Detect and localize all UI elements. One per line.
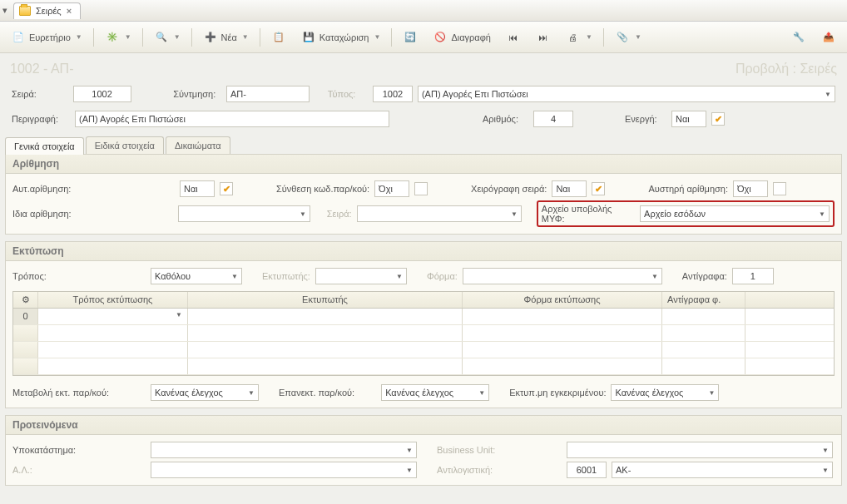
delete-button[interactable]: 🚫 Διαγραφή (427, 27, 497, 48)
strict-input[interactable] (733, 180, 768, 197)
compose-input[interactable] (374, 180, 409, 197)
tools-button[interactable]: 🔧 (785, 27, 812, 48)
auto-number-input[interactable] (180, 180, 215, 197)
counter-desc-combo[interactable]: ΑΚ-▼ (612, 462, 833, 478)
unapproved-combo[interactable]: Κανένας έλεγχος▼ (611, 384, 719, 401)
save-button[interactable]: 💾 Καταχώριση ▼ (295, 27, 387, 48)
myf-combo[interactable]: Αρχείο εσόδων▼ (640, 205, 830, 222)
window-tab[interactable]: Σειρές × (13, 2, 81, 19)
myf-highlight: Αρχείο υποβολής ΜΥΦ: Αρχείο εσόδων▼ (537, 200, 835, 227)
wrench-icon: 🔧 (791, 30, 806, 45)
mode-combo[interactable]: Καθόλου▼ (151, 268, 242, 284)
attach-button[interactable]: 📎▼ (609, 27, 647, 48)
tab-bar-dropdown-icon[interactable]: ▾ (0, 5, 10, 16)
active-input[interactable] (671, 111, 706, 127)
index-label: Ευρετήριο (29, 32, 71, 42)
grid-h-printer[interactable]: Εκτυπωτής (188, 292, 463, 308)
manual-label: Χειρόγραφη σειρά: (471, 184, 547, 194)
auto-number-label: Αυτ.αρίθμηση: (12, 184, 175, 194)
prev-button[interactable]: ⏮ (500, 27, 527, 48)
tab-general[interactable]: Γενικά στοιχεία (5, 137, 84, 155)
manual-checkbox[interactable] (592, 182, 605, 195)
same-number-combo[interactable]: ▼ (178, 205, 310, 222)
new-button[interactable]: ➕ Νέα ▼ (197, 27, 255, 48)
save-label: Καταχώριση (319, 32, 369, 42)
printer-combo[interactable]: ▼ (315, 268, 407, 284)
table-row[interactable] (13, 342, 834, 358)
print-button[interactable]: 🖨▼ (560, 27, 598, 48)
copies-input[interactable] (732, 268, 774, 284)
tab-special[interactable]: Ειδικά στοιχεία (86, 136, 164, 154)
grid-gear-icon[interactable]: ⚙ (13, 292, 38, 308)
form-label: Φόρμα: (427, 271, 458, 281)
number-label: Αριθμός: (483, 114, 528, 124)
change-combo[interactable]: Κανένας έλεγχος▼ (151, 384, 259, 401)
desc-label: Περιγραφή: (12, 114, 70, 124)
series-input[interactable] (73, 86, 131, 102)
reprint-combo[interactable]: Κανένας έλεγχος▼ (381, 384, 489, 401)
table-row[interactable]: 0 ▼ (13, 309, 834, 325)
suggested-title: Προτεινόμενα (6, 416, 841, 435)
prev-icon: ⏮ (506, 30, 521, 45)
compose-label: Σύνθεση κωδ.παρ/κού: (276, 184, 369, 194)
series-label: Σειρά: (12, 89, 68, 99)
delete-icon: 🚫 (433, 30, 448, 45)
unapproved-label: Εκτυπ.μη εγκεκριμένου: (509, 388, 606, 398)
grid-h-form[interactable]: Φόρμα εκτύπωσης (463, 292, 662, 308)
table-row[interactable] (13, 358, 834, 375)
form-combo[interactable]: ▼ (463, 268, 662, 284)
printing-title: Εκτύπωση (6, 242, 841, 261)
type-desc-combo[interactable]: (ΑΠ) Αγορές Επι Πιστώσει▼ (418, 86, 835, 102)
same-number-label: Ιδια αρίθμηση: (12, 209, 173, 219)
number-input[interactable] (533, 111, 573, 127)
desc-input[interactable] (75, 111, 389, 127)
series2-combo[interactable]: ▼ (357, 205, 522, 222)
row-index: 0 (13, 309, 38, 324)
close-icon[interactable]: × (67, 6, 72, 16)
numbering-panel: Αρίθμηση Αυτ.αρίθμηση: Σύνθεση κωδ.παρ/κ… (5, 154, 842, 235)
copies-label: Αντίγραφα: (682, 271, 727, 281)
bu-combo[interactable]: ▼ (567, 442, 833, 458)
al-combo[interactable]: ▼ (151, 462, 417, 478)
abbrev-input[interactable] (226, 86, 310, 102)
counter-code-input[interactable] (567, 462, 607, 478)
tab-rights[interactable]: Δικαιώματα (166, 136, 230, 154)
myf-label: Αρχείο υποβολής ΜΥΦ: (542, 204, 636, 224)
strict-checkbox[interactable] (773, 182, 786, 195)
index-button[interactable]: 📄 Ευρετήριο ▼ (5, 27, 88, 48)
suggested-panel: Προτεινόμενα Υποκατάστημα: ▼ Business Un… (5, 415, 842, 486)
refresh-icon: 🔄 (403, 30, 418, 45)
printer-label: Εκτυπωτής: (262, 271, 310, 281)
exit-button[interactable]: 📤 (815, 27, 842, 48)
search-button[interactable]: 🔍▼ (148, 27, 186, 48)
new-label: Νέα (221, 32, 237, 42)
next-button[interactable]: ⏭ (530, 27, 557, 48)
table-row[interactable] (13, 325, 834, 342)
type-label: Τύπος: (328, 89, 368, 99)
document-icon: 📄 (11, 30, 26, 45)
compose-checkbox[interactable] (414, 182, 428, 195)
type-code-input[interactable] (373, 86, 413, 102)
inner-tabs: Γενικά στοιχεία Ειδικά στοιχεία Δικαιώμα… (5, 136, 847, 154)
window-tab-title: Σειρές (36, 6, 62, 16)
grid-h-mode[interactable]: Τρόπος εκτύπωσης (38, 292, 188, 308)
type-desc-value: (ΑΠ) Αγορές Επι Πιστώσει (422, 89, 528, 99)
copy-icon: 📋 (271, 30, 286, 45)
delete-label: Διαγραφή (451, 32, 491, 42)
branch-combo[interactable]: ▼ (151, 442, 417, 458)
header-form: Σειρά: Σύντμηση: Τύπος: (ΑΠ) Αγορές Επι … (5, 82, 842, 131)
series2-label: Σειρά: (327, 209, 352, 219)
bu-label: Business Unit: (437, 445, 562, 455)
auto-number-checkbox[interactable] (220, 182, 233, 195)
window-tab-bar: ▾ Σειρές × (0, 0, 847, 22)
mode-label: Τρόπος: (12, 271, 146, 281)
copy-button[interactable]: 📋 (265, 27, 292, 48)
star-button[interactable]: ✳️▼ (99, 27, 137, 48)
refresh-button[interactable]: 🔄 (397, 27, 424, 48)
folder-icon (19, 6, 31, 16)
active-checkbox[interactable] (711, 112, 725, 126)
grid-h-copies[interactable]: Αντίγραφα φ. (662, 292, 745, 308)
manual-input[interactable] (552, 180, 587, 197)
active-label: Ενεργή: (625, 114, 666, 124)
plus-icon: ➕ (203, 30, 218, 45)
